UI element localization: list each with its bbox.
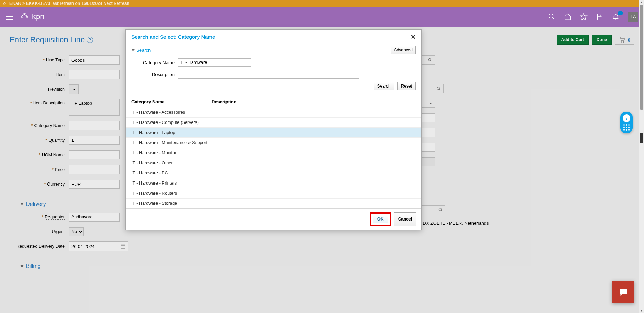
result-row[interactable]: IT - Hardware - Printers — [126, 178, 421, 188]
svg-line-6 — [431, 61, 431, 61]
scrollbar-segment[interactable] — [640, 133, 643, 143]
svg-line-8 — [439, 89, 440, 90]
menu-icon[interactable] — [6, 14, 13, 20]
svg-point-5 — [428, 58, 431, 61]
info-icon: i — [623, 114, 630, 122]
info-widget[interactable]: i — [620, 112, 633, 133]
results-table: Category Name Description IT - Hardware … — [126, 96, 421, 208]
svg-point-3 — [621, 42, 621, 42]
result-row[interactable]: IT - Hardware - Maintenance & Support — [126, 137, 421, 148]
bell-icon[interactable]: 6 — [612, 13, 620, 21]
home-icon[interactable] — [564, 13, 572, 21]
price-input[interactable] — [69, 165, 120, 174]
result-row[interactable]: IT - Hardware - Monitor — [126, 148, 421, 158]
item-input[interactable] — [69, 70, 120, 79]
warning-icon: ⚠ — [3, 1, 7, 6]
add-to-cart-button[interactable]: Add to Cart — [557, 35, 588, 45]
refresh-banner: ⚠ EKAK > EKAK-DEV3 last refresh on 16/01… — [0, 0, 644, 7]
star-icon[interactable] — [580, 13, 588, 21]
result-row[interactable]: IT - Hardware - Laptop — [126, 127, 421, 137]
uom-input[interactable] — [69, 150, 120, 159]
chevron-down-icon: ▾ — [430, 102, 432, 105]
page-title: Enter Requisition Line ? — [10, 35, 93, 44]
search-button[interactable]: Search — [374, 82, 394, 90]
chat-button[interactable] — [612, 281, 634, 283]
brand-name: kpn — [32, 12, 44, 21]
dialpad-icon — [623, 124, 630, 131]
avatar[interactable]: TA — [628, 12, 638, 22]
uom-label: *UOM Name — [10, 152, 69, 157]
urgent-select[interactable]: No — [69, 227, 84, 236]
svg-marker-2 — [581, 14, 587, 20]
done-button[interactable]: Done — [592, 35, 612, 45]
item-label: Item — [10, 72, 69, 77]
modal-cat-input[interactable] — [178, 58, 251, 67]
cart-widget[interactable]: 0 — [615, 35, 634, 45]
category-input[interactable] — [69, 121, 120, 130]
item-desc-label: *Item Description — [10, 99, 69, 105]
col-description: Description — [212, 99, 416, 104]
close-icon[interactable]: ✕ — [411, 33, 416, 41]
svg-line-1 — [553, 18, 554, 20]
cart-icon — [619, 37, 625, 43]
delivery-date-input[interactable]: 26-01-2024 — [69, 241, 128, 251]
calendar-icon — [120, 244, 126, 249]
advanced-button[interactable]: Advanced — [391, 46, 416, 54]
search-icon — [438, 207, 443, 212]
billing-heading[interactable]: Billing — [20, 263, 634, 269]
cancel-button[interactable]: Cancel — [394, 212, 416, 226]
search-section-toggle[interactable]: Search — [131, 47, 151, 53]
modal-title: Search and Select: Category Name — [131, 34, 215, 40]
scrollbar-thumb[interactable] — [640, 5, 643, 110]
modal-desc-input[interactable] — [178, 70, 359, 79]
ok-highlight: OK — [370, 212, 391, 226]
reset-button[interactable]: Reset — [397, 82, 416, 90]
quantity-input[interactable] — [69, 136, 120, 145]
modal-desc-label: Description — [140, 72, 178, 77]
price-label: *Price — [10, 167, 69, 172]
scrollbar-track[interactable]: ▲ ▼ — [639, 0, 644, 283]
requester-label: *Requester — [10, 215, 69, 219]
quantity-label: *Quantity — [10, 138, 69, 143]
search-icon — [428, 58, 432, 62]
result-row[interactable]: IT - Hardware - Storage — [126, 198, 421, 208]
requester-input[interactable] — [69, 213, 120, 222]
category-search-modal: Search and Select: Category Name ✕ Searc… — [125, 29, 422, 230]
svg-point-0 — [549, 14, 553, 18]
result-row[interactable]: IT - Hardware - Compute (Servers) — [126, 117, 421, 127]
revision-label: Revision — [10, 87, 69, 92]
banner-text: EKAK > EKAK-DEV3 last refresh on 16/01/2… — [9, 1, 129, 6]
result-row[interactable]: IT - Hardware - PC — [126, 168, 421, 178]
header-bar: kpn 6 TA — [0, 7, 644, 27]
ok-button[interactable]: OK — [373, 215, 388, 223]
brand-logo[interactable]: kpn — [19, 11, 44, 22]
search-icon — [436, 86, 441, 91]
result-row[interactable]: IT - Hardware - Accessoires — [126, 107, 421, 117]
result-row[interactable]: IT - Hardware - Routers — [126, 188, 421, 198]
revision-dropdown[interactable]: ▾ — [69, 84, 79, 94]
search-icon[interactable] — [548, 13, 555, 21]
result-row[interactable]: IT - Hardware - Other — [126, 158, 421, 168]
svg-line-14 — [441, 210, 442, 211]
modal-cat-label: Category Name — [140, 60, 178, 65]
cart-count: 0 — [628, 37, 630, 43]
svg-point-4 — [623, 42, 624, 42]
svg-point-13 — [439, 208, 441, 210]
crown-icon — [19, 11, 30, 22]
delivery-date-label: Requested Delivery Date — [10, 244, 69, 249]
svg-rect-9 — [121, 245, 125, 248]
scroll-up-icon[interactable]: ▲ — [639, 0, 644, 5]
currency-select[interactable]: EUR — [69, 180, 120, 189]
svg-point-7 — [437, 87, 439, 89]
line-type-label: *Line Type — [10, 58, 69, 62]
urgent-label: Urgent — [10, 229, 69, 234]
line-type-select[interactable]: Goods — [69, 55, 120, 65]
flag-icon[interactable] — [596, 13, 604, 21]
currency-label: *Currency — [10, 182, 69, 187]
item-desc-textarea[interactable]: HP Laptop — [69, 99, 120, 116]
col-category: Category Name — [131, 99, 212, 104]
help-icon[interactable]: ? — [87, 37, 93, 43]
notification-count: 6 — [618, 11, 623, 15]
category-label: *Category Name — [10, 123, 69, 128]
